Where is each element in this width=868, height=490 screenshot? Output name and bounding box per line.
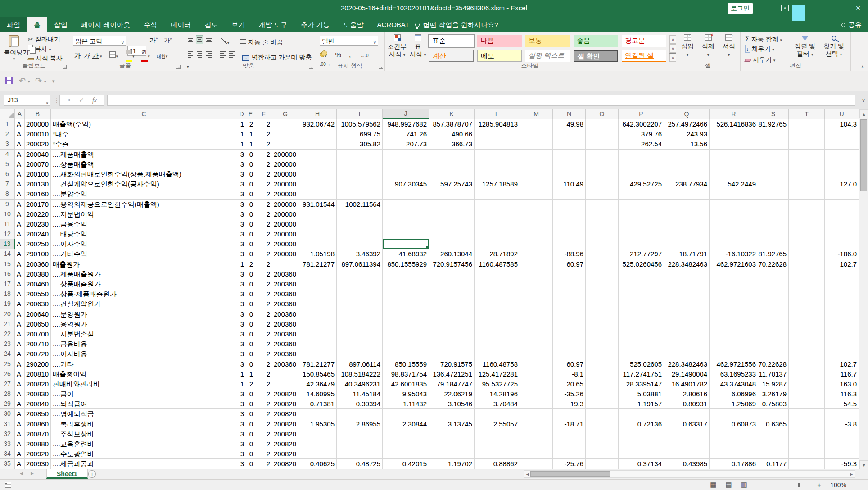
- cell-K16[interactable]: [429, 269, 475, 279]
- row-header-28[interactable]: 28: [0, 389, 15, 399]
- alignment-dialog-launcher[interactable]: [309, 65, 313, 69]
- cell-M31[interactable]: [520, 419, 553, 429]
- cell-T22[interactable]: [789, 329, 825, 339]
- cell-E30[interactable]: 0: [246, 409, 255, 419]
- cell-E22[interactable]: 0: [246, 329, 255, 339]
- cell-I5[interactable]: [337, 159, 383, 169]
- cell-B4[interactable]: 200040: [25, 150, 51, 159]
- undo-caret-icon[interactable]: ▾: [28, 79, 30, 84]
- cell-S24[interactable]: [758, 349, 789, 359]
- cell-Q32[interactable]: [664, 429, 710, 439]
- align-top-button[interactable]: [187, 36, 194, 44]
- cell-A16[interactable]: A: [15, 269, 25, 279]
- cell-H2[interactable]: [298, 129, 337, 139]
- cell-L19[interactable]: [475, 299, 520, 309]
- cell-Q31[interactable]: 0.63317: [664, 419, 710, 429]
- cell-S1[interactable]: 81.92765: [758, 119, 789, 129]
- cell-T28[interactable]: [789, 389, 825, 399]
- ribbon-tab-developer[interactable]: 개발 도구: [252, 17, 294, 32]
- col-header-R[interactable]: R: [710, 109, 758, 119]
- cell-T10[interactable]: [789, 209, 825, 219]
- cell-O30[interactable]: [586, 409, 619, 419]
- fill-button[interactable]: ↓ 채우기 ▾: [745, 45, 774, 53]
- cell-G19[interactable]: 200360: [272, 299, 298, 309]
- cell-R32[interactable]: [710, 429, 758, 439]
- cell-F2[interactable]: 2: [255, 129, 272, 139]
- decrease-indent-button[interactable]: [219, 50, 226, 59]
- row-header-23[interactable]: 23: [0, 339, 15, 349]
- cell-D20[interactable]: 3: [237, 309, 246, 319]
- cell-S3[interactable]: [758, 139, 789, 149]
- cell-O34[interactable]: [586, 449, 619, 459]
- cell-B32[interactable]: 200870: [25, 429, 51, 439]
- cell-P11[interactable]: [619, 219, 664, 229]
- cell-Q6[interactable]: [664, 169, 710, 179]
- cell-A34[interactable]: A: [15, 449, 25, 459]
- cell-H25[interactable]: 781.21277: [298, 359, 337, 369]
- cell-N22[interactable]: [553, 329, 586, 339]
- cell-S21[interactable]: [758, 319, 789, 329]
- cell-J18[interactable]: [383, 289, 429, 299]
- cell-J10[interactable]: [383, 209, 429, 219]
- formula-input[interactable]: [107, 95, 855, 106]
- cell-T7[interactable]: [789, 179, 825, 189]
- cell-B10[interactable]: 200220: [25, 209, 51, 219]
- cell-M27[interactable]: [520, 379, 553, 389]
- cell-O6[interactable]: [586, 169, 619, 179]
- cell-L8[interactable]: [475, 189, 520, 199]
- cell-C25[interactable]: ....기타: [51, 359, 237, 369]
- cell-R23[interactable]: [710, 339, 758, 349]
- cell-I19[interactable]: [337, 299, 383, 309]
- vertical-scroll-thumb[interactable]: [860, 119, 867, 191]
- cell-O24[interactable]: [586, 349, 619, 359]
- cell-G17[interactable]: 200360: [272, 279, 298, 289]
- cell-J25[interactable]: 850.15559: [383, 359, 429, 369]
- cell-F17[interactable]: 2: [255, 279, 272, 289]
- cell-F24[interactable]: 2: [255, 349, 272, 359]
- cell-M4[interactable]: [520, 150, 553, 159]
- cell-C8[interactable]: ....분양수익: [51, 189, 237, 199]
- cell-K28[interactable]: 22.06219: [429, 389, 475, 399]
- cell-T14[interactable]: [789, 249, 825, 259]
- cell-Q24[interactable]: [664, 349, 710, 359]
- row-header-5[interactable]: 5: [0, 159, 15, 169]
- cell-M34[interactable]: [520, 449, 553, 459]
- format-cells-button[interactable]: ↔ 서식 ▾: [719, 34, 738, 58]
- redo-icon[interactable]: ↷: [35, 76, 42, 86]
- cell-S6[interactable]: [758, 169, 789, 179]
- cell-L17[interactable]: [475, 279, 520, 289]
- cell-N9[interactable]: [553, 200, 586, 209]
- cell-L23[interactable]: [475, 339, 520, 349]
- cell-N5[interactable]: [553, 159, 586, 169]
- cell-E12[interactable]: 0: [246, 229, 255, 239]
- cell-I15[interactable]: 897.0611394: [337, 259, 383, 269]
- cell-L26[interactable]: 125.4172281: [475, 369, 520, 379]
- row-header-15[interactable]: 15: [0, 259, 15, 269]
- cell-C10[interactable]: ....지분법이익: [51, 209, 237, 219]
- cell-E3[interactable]: 1: [246, 139, 255, 149]
- cell-U17[interactable]: [825, 279, 859, 289]
- cell-C11[interactable]: ....금융수익: [51, 219, 237, 229]
- col-header-D[interactable]: D: [237, 109, 246, 119]
- cell-A4[interactable]: A: [15, 150, 25, 159]
- cell-C9[interactable]: ....용역의제공으로인한수익(매출액): [51, 200, 237, 209]
- cell-B5[interactable]: 200070: [25, 159, 51, 169]
- cell-L33[interactable]: [475, 439, 520, 449]
- cell-Q18[interactable]: [664, 289, 710, 299]
- col-header-P[interactable]: P: [619, 109, 664, 119]
- horizontal-scrollbar[interactable]: ◄ ►: [524, 470, 855, 478]
- cell-M26[interactable]: [520, 369, 553, 379]
- cell-Q23[interactable]: [664, 339, 710, 349]
- scroll-right-icon[interactable]: ►: [850, 472, 854, 477]
- cell-B34[interactable]: 200920: [25, 449, 51, 459]
- cell-U33[interactable]: [825, 439, 859, 449]
- cell-P15[interactable]: 525.0260456: [619, 259, 664, 269]
- cell-I20[interactable]: [337, 309, 383, 319]
- cell-K12[interactable]: [429, 229, 475, 239]
- cell-G15[interactable]: [272, 259, 298, 269]
- cell-T11[interactable]: [789, 219, 825, 229]
- cell-S32[interactable]: [758, 429, 789, 439]
- cell-G22[interactable]: 200360: [272, 329, 298, 339]
- cell-G12[interactable]: 200000: [272, 229, 298, 239]
- cell-S15[interactable]: 70.22628: [758, 259, 789, 269]
